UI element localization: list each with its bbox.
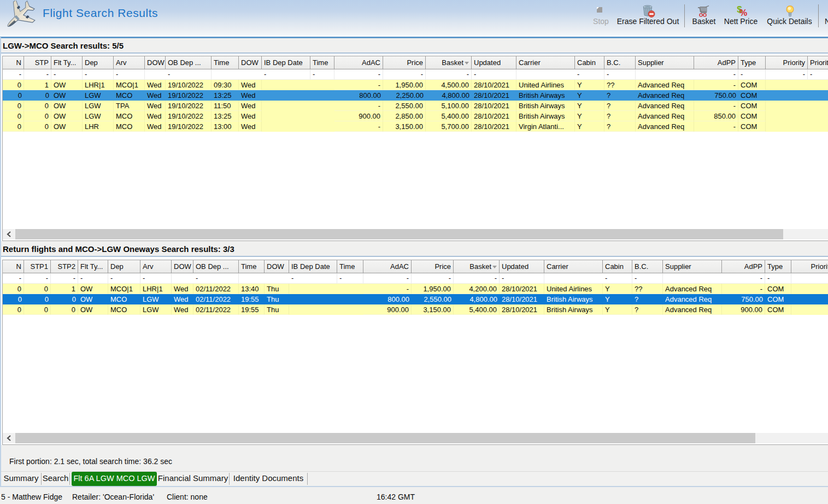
- svg-text:%: %: [739, 8, 747, 17]
